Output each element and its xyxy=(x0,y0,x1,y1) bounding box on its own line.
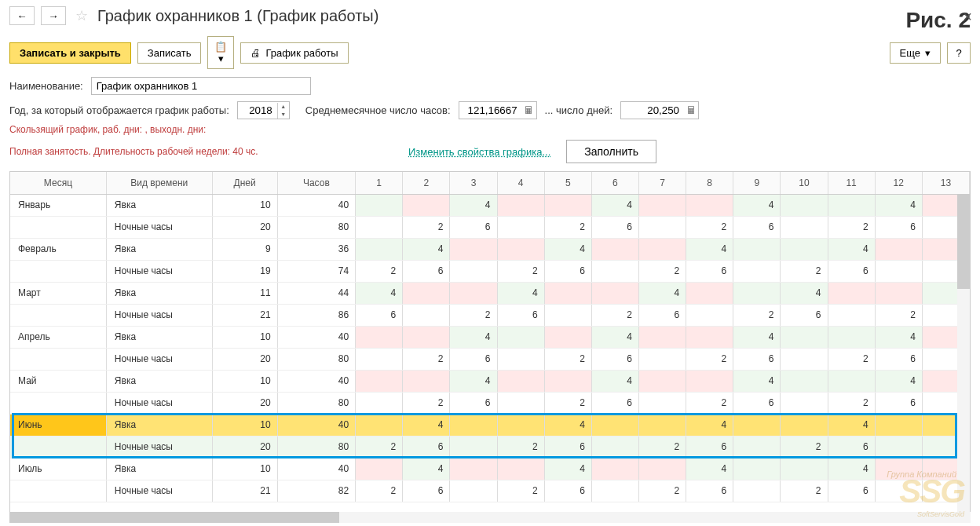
table-row[interactable]: МайЯвка10404444 xyxy=(10,370,970,392)
year-spinner[interactable]: ▲▼ xyxy=(237,101,290,119)
col-header[interactable]: 4 xyxy=(497,172,544,194)
table-row[interactable]: Ночные часы2182262626262 xyxy=(10,480,970,502)
table-row[interactable]: ФевральЯвка9364444 xyxy=(10,238,970,260)
schedule-info-line1: Скользящий график, раб. дни: , выходн. д… xyxy=(0,122,980,137)
col-header[interactable]: Часов xyxy=(277,172,356,194)
forward-button[interactable]: → xyxy=(41,6,66,25)
save-button[interactable]: Записать xyxy=(137,42,202,64)
hours-label: Среднемесячное число часов: xyxy=(305,104,451,116)
col-header[interactable]: 10 xyxy=(781,172,828,194)
page-title: График охранников 1 (График работы) xyxy=(97,7,378,25)
table-row[interactable]: Ночные часы1974262626262 xyxy=(10,260,970,282)
avg-hours-input[interactable] xyxy=(459,102,522,119)
col-header[interactable]: 6 xyxy=(591,172,638,194)
table-row[interactable]: ЯнварьЯвка10404444 xyxy=(10,194,970,216)
vertical-scrollbar[interactable] xyxy=(957,195,970,522)
attach-button[interactable]: 📋▾ xyxy=(207,36,234,69)
spin-down-icon[interactable]: ▼ xyxy=(278,111,289,119)
printer-icon: 🖨 xyxy=(250,47,261,59)
table-row[interactable]: Ночные часы208026262626 xyxy=(10,392,970,414)
col-header[interactable]: 9 xyxy=(733,172,781,194)
table-row[interactable]: АпрельЯвка10404444 xyxy=(10,326,970,348)
table-row[interactable]: Ночные часы2186626262626 xyxy=(10,304,970,326)
favorite-star-icon[interactable]: ☆ xyxy=(72,7,91,24)
col-header[interactable]: 7 xyxy=(638,172,686,194)
name-input[interactable] xyxy=(91,77,311,95)
name-label: Наименование: xyxy=(9,80,83,92)
help-button[interactable]: ? xyxy=(947,42,971,64)
col-header[interactable]: Дней xyxy=(212,172,277,194)
calc-icon[interactable]: 🖩 xyxy=(522,104,536,116)
col-header[interactable]: 12 xyxy=(875,172,922,194)
fill-button[interactable]: Заполнить xyxy=(566,140,656,163)
col-header[interactable]: 3 xyxy=(450,172,497,194)
table-row[interactable]: ИюльЯвка10404444 xyxy=(10,458,970,480)
calc-icon[interactable]: 🖩 xyxy=(684,104,698,116)
table-row[interactable]: Ночные часы208026262626 xyxy=(10,348,970,370)
avg-days-input[interactable] xyxy=(621,102,684,119)
col-header[interactable]: Вид времени xyxy=(106,172,212,194)
save-close-button[interactable]: Записать и закрыть xyxy=(9,42,131,64)
table-row[interactable]: Ночные часы2080262626262 xyxy=(10,436,970,458)
col-header[interactable]: 1 xyxy=(356,172,403,194)
table-row[interactable]: Ночные часы208026262626 xyxy=(10,216,970,238)
col-header[interactable]: 13 xyxy=(922,172,969,194)
col-header[interactable]: 8 xyxy=(686,172,733,194)
schedule-table-container: МесяцВид времениДнейЧасов123456789101112… xyxy=(9,171,971,523)
more-button[interactable]: Еще ▾ xyxy=(890,42,941,64)
print-schedule-button[interactable]: 🖨График работы xyxy=(240,42,348,64)
table-row[interactable]: ИюньЯвка10404444 xyxy=(10,414,970,436)
col-header[interactable]: 11 xyxy=(828,172,875,194)
figure-label: Рис. 2× xyxy=(905,8,971,33)
year-label: Год, за который отображается график рабо… xyxy=(9,104,229,116)
schedule-table[interactable]: МесяцВид времениДнейЧасов123456789101112… xyxy=(10,172,970,502)
horizontal-scrollbar[interactable] xyxy=(9,512,971,523)
year-input[interactable] xyxy=(238,102,277,119)
col-header[interactable]: Месяц xyxy=(10,172,106,194)
col-header[interactable]: 5 xyxy=(544,172,591,194)
days-label: ... число дней: xyxy=(545,104,612,116)
close-icon[interactable]: × xyxy=(963,8,972,26)
spin-up-icon[interactable]: ▲ xyxy=(278,103,289,111)
table-row[interactable]: МартЯвка114444444 xyxy=(10,282,970,304)
back-button[interactable]: ← xyxy=(9,6,35,25)
schedule-info-line2: Полная занятость. Длительность рабочей н… xyxy=(9,146,258,157)
col-header[interactable]: 2 xyxy=(403,172,450,194)
change-properties-link[interactable]: Изменить свойства графика... xyxy=(408,146,550,158)
